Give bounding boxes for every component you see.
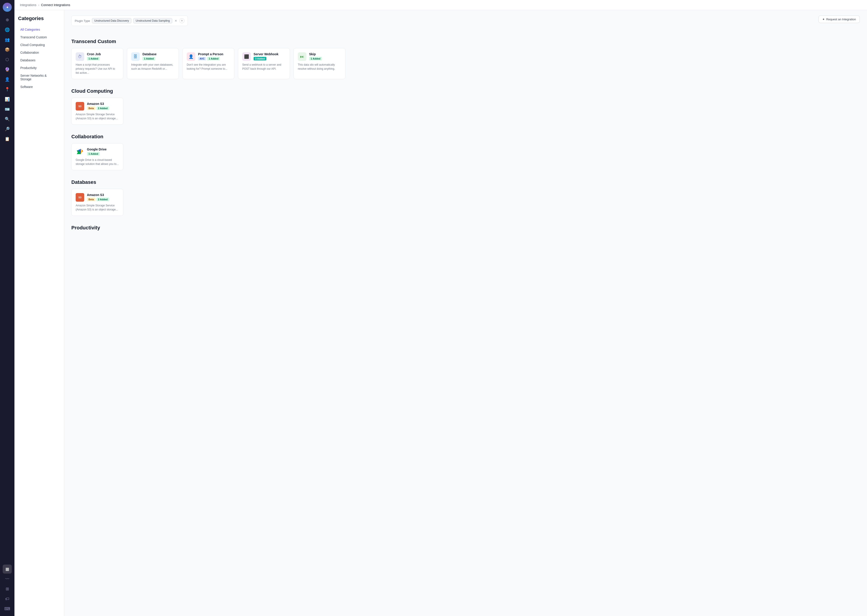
top-row: Plugin Type Unstructured Data Discovery … xyxy=(71,16,860,32)
request-icon: ✦ xyxy=(822,17,825,21)
db-cards-grid: S3 Amazon S3 Beta 2 Added Amazon Simple … xyxy=(71,189,860,216)
nav-users-icon[interactable]: 👥 xyxy=(3,35,12,44)
card-cron-desc: Have a script that processes privacy req… xyxy=(76,63,119,75)
s3-db-icon: S3 xyxy=(76,193,84,202)
nav-report-icon[interactable]: 📊 xyxy=(3,95,12,104)
section-productivity: Productivity xyxy=(71,225,860,234)
badge-gdrive-added: 1 Added xyxy=(87,152,100,156)
filter-bar: Plugin Type Unstructured Data Discovery … xyxy=(71,16,188,26)
card-s3-db-desc: Amazon Simple Storage Service (Amazon S3… xyxy=(76,203,119,212)
nav-location-icon[interactable]: 📍 xyxy=(3,85,12,94)
badge-s3-db-added: 2 Added xyxy=(96,198,109,201)
nav-doc-icon[interactable]: 📋 xyxy=(3,134,12,143)
sidebar-item-productivity[interactable]: Productivity xyxy=(18,64,60,72)
section-cloud-title: Cloud Computing xyxy=(71,88,860,94)
card-s3-db-title-row: Amazon S3 Beta 2 Added xyxy=(87,193,119,201)
collab-cards-grid: Google Drive 1 Added Google Drive is a c… xyxy=(71,143,860,170)
badge-s3-cloud-added: 2 Added xyxy=(96,107,109,110)
main-area: Integrations › Connect Integrations Cate… xyxy=(14,0,867,616)
badge-skip-added: 1 Added xyxy=(309,57,322,60)
sidebar-item-transcend[interactable]: Transcend Custom xyxy=(18,34,60,41)
cron-icon: ⏱ xyxy=(76,52,84,61)
filter-label: Plugin Type xyxy=(75,19,90,22)
card-skip-badges: 1 Added xyxy=(309,57,341,60)
nav-tag-icon[interactable]: 🏷 xyxy=(3,594,12,603)
nav-table-icon[interactable]: ⊞ xyxy=(3,585,12,594)
logo[interactable]: ✦ xyxy=(3,3,12,12)
card-webhook-title-row: Server Webhook 3 Added xyxy=(254,52,285,60)
nav-home-icon[interactable]: ⊕ xyxy=(3,15,12,24)
nav-box-icon[interactable]: 📦 xyxy=(3,45,12,54)
nav-terminal-icon[interactable]: ⌨ xyxy=(3,604,12,613)
card-s3-cloud-badges: Beta 2 Added xyxy=(87,107,119,110)
badge-cron-added: 1 Added xyxy=(87,57,100,60)
sidebar-item-collab[interactable]: Collaboration xyxy=(18,49,60,56)
request-integration-button[interactable]: ✦ Request an Integration xyxy=(818,16,860,23)
card-database[interactable]: 🗄 Database 1 Added Integrate with your o… xyxy=(127,48,179,79)
card-skip-header: ⏭ Skip 1 Added xyxy=(298,52,341,61)
card-skip-desc: This data silo will automatically resolv… xyxy=(298,63,341,71)
nav-flow-icon[interactable]: 〰 xyxy=(3,575,12,583)
sidebar-item-all[interactable]: All Categories xyxy=(18,26,60,33)
card-cron-name: Cron Job xyxy=(87,52,119,56)
card-prompt-header: 👤 Prompt a Person AVC 1 Added xyxy=(187,52,230,61)
nav-globe-icon[interactable]: 🌐 xyxy=(3,25,12,34)
filter-remove-button[interactable]: ✕ xyxy=(174,19,178,23)
badge-s3-cloud-beta: Beta xyxy=(87,107,96,110)
card-cron-job[interactable]: ⏱ Cron Job 1 Added Have a script that pr… xyxy=(71,48,123,79)
sidebar-title: Categories xyxy=(18,16,60,21)
sidebar-item-software[interactable]: Software xyxy=(18,83,60,90)
nav-search-icon[interactable]: 🔍 xyxy=(3,115,12,124)
section-collaboration: Collaboration xyxy=(71,134,860,170)
card-gdrive-title-row: Google Drive 1 Added xyxy=(87,148,119,156)
section-collab-title: Collaboration xyxy=(71,134,860,140)
badge-s3-db-beta: Beta xyxy=(87,198,96,201)
breadcrumb-parent[interactable]: Integrations xyxy=(20,3,36,7)
card-prompt-person[interactable]: 👤 Prompt a Person AVC 1 Added Don't see … xyxy=(183,48,234,79)
card-amazon-s3-cloud[interactable]: S3 Amazon S3 Beta 2 Added Amazon Simple … xyxy=(71,97,123,125)
badge-db-added: 1 Added xyxy=(142,57,155,60)
filter-tag-discovery[interactable]: Unstructured Data Discovery xyxy=(92,18,131,24)
nav-person-icon[interactable]: 👤 xyxy=(3,75,12,84)
card-prompt-name: Prompt a Person xyxy=(198,52,230,56)
section-databases: Databases S3 Amazon S3 Beta 2 Added xyxy=(71,179,860,216)
request-label: Request an Integration xyxy=(826,17,856,21)
content-layout: Categories All Categories Transcend Cust… xyxy=(14,10,867,616)
card-prompt-title-row: Prompt a Person AVC 1 Added xyxy=(198,52,230,60)
section-transcend-title: Transcend Custom xyxy=(71,39,860,44)
card-gdrive-name: Google Drive xyxy=(87,148,119,151)
badge-prompt-added: 1 Added xyxy=(207,57,220,60)
card-gdrive-header: Google Drive 1 Added xyxy=(76,148,119,156)
card-s3-db-badges: Beta 2 Added xyxy=(87,198,119,201)
card-skip[interactable]: ⏭ Skip 1 Added This data silo will autom… xyxy=(293,48,345,79)
card-webhook-desc: Send a webhook to a server and POST back… xyxy=(242,63,285,71)
gdrive-icon xyxy=(76,148,84,156)
nav-globe2-icon[interactable]: 🔮 xyxy=(3,65,12,74)
breadcrumb-separator: › xyxy=(38,3,39,7)
card-server-webhook[interactable]: ⬛ Server Webhook 3 Added Send a webhook … xyxy=(238,48,290,79)
card-gdrive-badges: 1 Added xyxy=(87,152,119,156)
filter-add-button[interactable]: + xyxy=(180,18,184,23)
sidebar-item-cloud[interactable]: Cloud Computing xyxy=(18,41,60,49)
card-db-header: 🗄 Database 1 Added xyxy=(131,52,175,61)
card-amazon-s3-db[interactable]: S3 Amazon S3 Beta 2 Added Amazon Simple … xyxy=(71,189,123,216)
card-db-title-row: Database 1 Added xyxy=(142,52,175,60)
card-gdrive-desc: Google Drive is a cloud-based storage so… xyxy=(76,158,119,166)
card-prompt-desc: Don't see the integration you are lookin… xyxy=(187,63,230,71)
nav-grid-icon[interactable]: ▦ xyxy=(3,564,12,574)
nav-layers-icon[interactable]: ⬡ xyxy=(3,55,12,64)
filter-tag-sampling[interactable]: Unstructured Data Sampling xyxy=(133,18,172,24)
nav-scan-icon[interactable]: 🔎 xyxy=(3,124,12,134)
breadcrumb-current: Connect Integrations xyxy=(41,3,70,7)
card-google-drive[interactable]: Google Drive 1 Added Google Drive is a c… xyxy=(71,143,123,170)
sidebar-item-databases[interactable]: Databases xyxy=(18,57,60,64)
db-icon: 🗄 xyxy=(131,52,140,61)
card-cron-badges: 1 Added xyxy=(87,57,119,60)
card-webhook-header: ⬛ Server Webhook 3 Added xyxy=(242,52,285,61)
nav-id-icon[interactable]: 🪪 xyxy=(3,105,12,114)
card-skip-title-row: Skip 1 Added xyxy=(309,52,341,60)
sidebar-item-server[interactable]: Server Networks & Storage xyxy=(18,72,60,83)
card-cron-header: ⏱ Cron Job 1 Added xyxy=(76,52,119,61)
card-s3-cloud-desc: Amazon Simple Storage Service (Amazon S3… xyxy=(76,112,119,121)
cloud-cards-grid: S3 Amazon S3 Beta 2 Added Amazon Simple … xyxy=(71,97,860,125)
